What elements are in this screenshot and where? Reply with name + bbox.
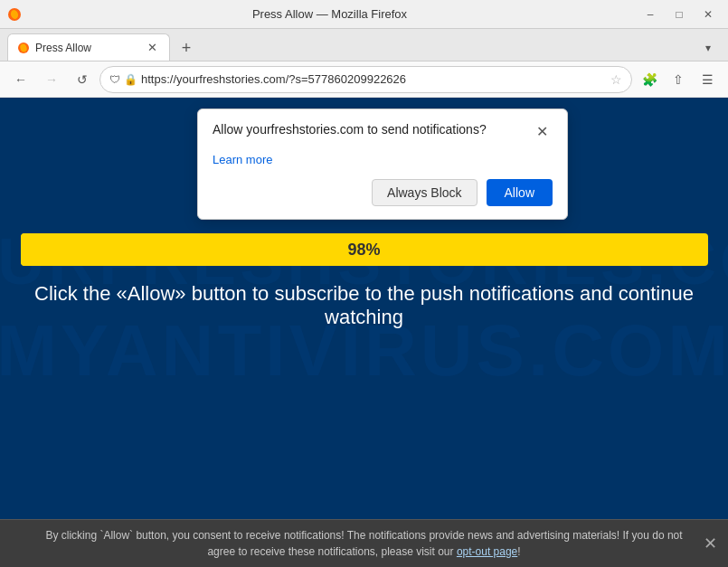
opt-out-link[interactable]: opt-out page (457, 545, 517, 558)
always-block-button[interactable]: Always Block (372, 179, 477, 206)
progress-container: 98% Click the «Allow» button to subscrib… (21, 233, 708, 329)
shield-icon: 🛡 (109, 73, 120, 86)
more-button[interactable]: ☰ (694, 66, 721, 93)
bookmark-button[interactable]: ☆ (610, 72, 622, 87)
banner-text-suffix: ! (517, 545, 520, 558)
bottom-banner: By clicking `Allow` button, you consent … (0, 519, 728, 567)
firefox-logo (7, 7, 22, 22)
tab-bar: Press Allow ✕ + ▾ (0, 29, 728, 61)
page-content: YOURFRESHSTORIES.COM MYANTIVIRUS.COM 98%… (0, 98, 728, 519)
tab-dropdown-button[interactable]: ▾ (695, 35, 721, 61)
window-title: Press Allow — Mozilla Firefox (22, 7, 638, 21)
tab-label: Press Allow (35, 42, 138, 54)
progress-bar-background: 98% (21, 233, 708, 266)
share-button[interactable]: ⇧ (665, 66, 692, 93)
url-input[interactable] (141, 72, 607, 86)
nav-bar: ← → ↺ 🛡 🔒 ☆ 🧩 ⇧ ☰ (0, 61, 728, 98)
popup-actions: Always Block Allow (213, 179, 553, 206)
back-button[interactable]: ← (7, 66, 34, 93)
address-bar: 🛡 🔒 ☆ (99, 66, 632, 93)
lock-icon: 🔒 (124, 73, 137, 86)
popup-title: Allow yourfreshstories.com to send notif… (213, 122, 531, 137)
cta-text: Click the «Allow» button to subscribe to… (21, 282, 708, 329)
extensions-button[interactable]: 🧩 (636, 66, 663, 93)
active-tab[interactable]: Press Allow ✕ (7, 33, 170, 61)
forward-button[interactable]: → (38, 66, 65, 93)
nav-right-buttons: 🧩 ⇧ ☰ (636, 66, 721, 93)
minimize-button[interactable]: – (638, 5, 663, 24)
maximize-button[interactable]: □ (667, 5, 692, 24)
popup-close-button[interactable]: ✕ (531, 120, 553, 142)
tab-close-button[interactable]: ✕ (144, 40, 160, 56)
notification-popup: Allow yourfreshstories.com to send notif… (197, 109, 568, 220)
banner-text: By clicking `Allow` button, you consent … (45, 529, 682, 558)
banner-close-button[interactable]: ✕ (704, 534, 717, 553)
close-button[interactable]: ✕ (695, 5, 721, 24)
learn-more-link[interactable]: Learn more (213, 153, 272, 166)
allow-button[interactable]: Allow (487, 179, 553, 206)
window-controls: – □ ✕ (638, 5, 721, 24)
reload-button[interactable]: ↺ (69, 66, 96, 93)
progress-percent: 98% (347, 241, 380, 260)
tab-favicon-icon (17, 42, 30, 54)
title-bar: Press Allow — Mozilla Firefox – □ ✕ (0, 0, 728, 29)
new-tab-button[interactable]: + (174, 35, 199, 61)
browser-window: Press Allow — Mozilla Firefox – □ ✕ Pres… (0, 0, 728, 567)
popup-header: Allow yourfreshstories.com to send notif… (213, 122, 553, 142)
